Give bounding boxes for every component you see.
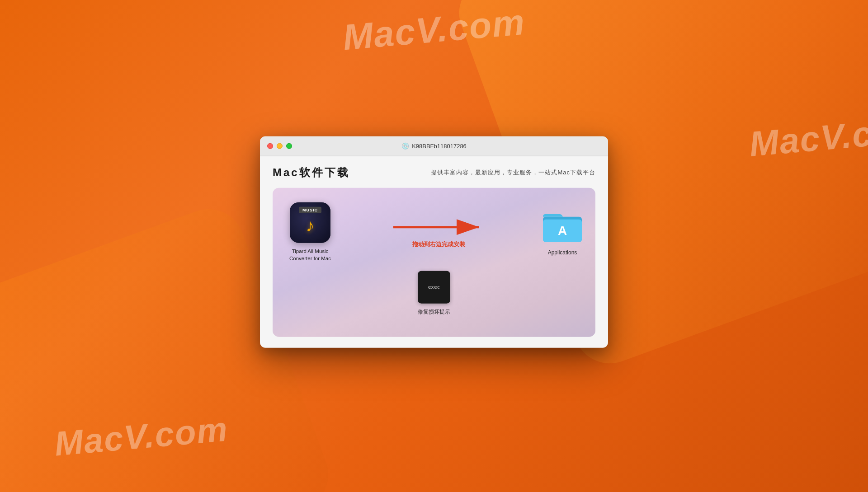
- exec-area: exec 修复损坏提示: [418, 271, 450, 315]
- titlebar: 💿 K98BBFb118017286: [260, 136, 608, 156]
- site-title: Mac软件下载: [273, 165, 350, 179]
- traffic-lights: [267, 143, 292, 149]
- main-window: 💿 K98BBFb118017286 Mac软件下载 提供丰富内容，最新应用，专…: [260, 136, 608, 347]
- maximize-button[interactable]: [286, 143, 292, 149]
- titlebar-title: 💿 K98BBFb118017286: [401, 142, 467, 150]
- applications-folder-icon: A: [542, 208, 583, 244]
- install-panel: MUSIC ♪ Tipard All Music Converter for M…: [273, 187, 595, 337]
- music-note-icon: ♪: [306, 216, 315, 235]
- site-subtitle: 提供丰富内容，最新应用，专业服务，一站式Mac下载平台: [431, 168, 595, 176]
- app-icon-area: MUSIC ♪ Tipard All Music Converter for M…: [285, 202, 335, 262]
- disk-icon: 💿: [401, 142, 409, 150]
- window-content: Mac软件下载 提供丰富内容，最新应用，专业服务，一站式Mac下载平台 MUSI…: [260, 156, 608, 347]
- window-container: 💿 K98BBFb118017286 Mac软件下载 提供丰富内容，最新应用，专…: [260, 136, 608, 347]
- watermark-right: MacV.co: [747, 111, 868, 165]
- close-button[interactable]: [267, 143, 273, 149]
- drag-area: MUSIC ♪ Tipard All Music Converter for M…: [285, 202, 583, 262]
- install-arrow: [389, 216, 488, 238]
- svg-text:A: A: [558, 223, 567, 237]
- app-name-label: Tipard All Music Converter for Mac: [285, 247, 335, 262]
- music-label-badge: MUSIC: [299, 206, 321, 213]
- exec-icon: exec: [418, 271, 450, 303]
- minimize-button[interactable]: [277, 143, 283, 149]
- window-title: K98BBFb118017286: [412, 142, 467, 149]
- music-icon-inner: MUSIC ♪: [290, 202, 330, 243]
- watermark-bottom-left: MacV.com: [53, 409, 230, 463]
- watermark-top: MacV.com: [341, 1, 527, 59]
- applications-label: Applications: [548, 249, 577, 255]
- applications-area: A Applications: [542, 208, 583, 255]
- drag-instruction-text: 拖动到右边完成安装: [412, 240, 465, 248]
- arrow-area: 拖动到右边完成安装: [335, 216, 542, 248]
- header-row: Mac软件下载 提供丰富内容，最新应用，专业服务，一站式Mac下载平台: [273, 165, 595, 179]
- app-icon: MUSIC ♪: [290, 202, 330, 243]
- exec-label: 修复损坏提示: [418, 308, 450, 315]
- exec-text: exec: [428, 284, 440, 290]
- folder-svg: A: [542, 208, 583, 244]
